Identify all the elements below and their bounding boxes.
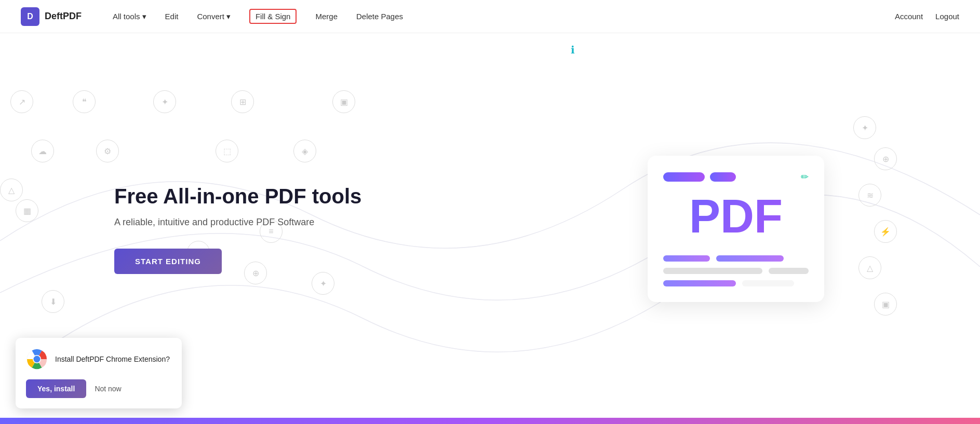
nav-merge[interactable]: Merge	[315, 12, 338, 21]
pdf-line-1	[663, 255, 710, 262]
logo-area[interactable]: D DeftPDF	[21, 7, 82, 26]
yes-install-button[interactable]: Yes, install	[26, 379, 86, 398]
logo-icon: D	[21, 7, 39, 26]
not-now-button[interactable]: Not now	[95, 385, 121, 393]
pdf-line-row-3	[663, 280, 809, 286]
pill-large	[663, 172, 705, 182]
chrome-popup-buttons: Yes, install Not now	[26, 379, 171, 398]
nav-fill-sign[interactable]: Fill & Sign	[249, 9, 297, 24]
nav-right: Account Logout	[895, 12, 959, 21]
chevron-down-icon: ▾	[142, 12, 146, 21]
pdf-label: PDF	[663, 193, 809, 240]
pdf-line-2	[716, 255, 784, 262]
chrome-icon	[26, 348, 48, 370]
navbar: D DeftPDF All tools ▾ Edit Convert ▾ Fil…	[0, 0, 980, 33]
pdf-line-3	[663, 280, 736, 286]
nav-delete-pages[interactable]: Delete Pages	[356, 12, 403, 21]
hero-subtitle: A reliable, intuitive and productive PDF…	[114, 217, 361, 228]
info-icon: ℹ	[571, 44, 575, 56]
nav-all-tools[interactable]: All tools ▾	[113, 12, 146, 21]
nav-links: All tools ▾ Edit Convert ▾ Fill & Sign M…	[113, 9, 895, 24]
svg-point-3	[34, 356, 41, 363]
account-link[interactable]: Account	[895, 12, 923, 21]
start-editing-button[interactable]: START EDITING	[114, 249, 222, 274]
nav-edit[interactable]: Edit	[165, 12, 179, 21]
chevron-down-icon: ▾	[226, 12, 231, 21]
pdf-line-row-2	[663, 268, 809, 274]
pdf-preview-header: ✏	[663, 171, 809, 183]
pdf-line-gray-1	[663, 268, 762, 274]
pdf-line-gray-3	[742, 280, 794, 286]
pdf-line-gray-2	[769, 268, 809, 274]
pill-small	[710, 172, 736, 182]
pdf-preview-card: ✏ PDF	[648, 156, 824, 302]
chrome-popup-text: Install DeftPDF Chrome Extension?	[55, 355, 170, 363]
pdf-lines-decoration	[663, 255, 809, 286]
chrome-popup-header: Install DeftPDF Chrome Extension?	[26, 348, 171, 370]
chrome-extension-popup: Install DeftPDF Chrome Extension? Yes, i…	[16, 338, 182, 408]
hero-content: Free All-in-one PDF tools A reliable, in…	[114, 184, 361, 274]
nav-convert[interactable]: Convert ▾	[197, 12, 231, 21]
hero-title: Free All-in-one PDF tools	[114, 184, 361, 209]
logout-link[interactable]: Logout	[935, 12, 959, 21]
edit-pencil-icon: ✏	[801, 171, 809, 183]
logo-name: DeftPDF	[45, 11, 82, 22]
pdf-line-row-1	[663, 255, 809, 262]
bottom-gradient-bar	[0, 418, 980, 424]
